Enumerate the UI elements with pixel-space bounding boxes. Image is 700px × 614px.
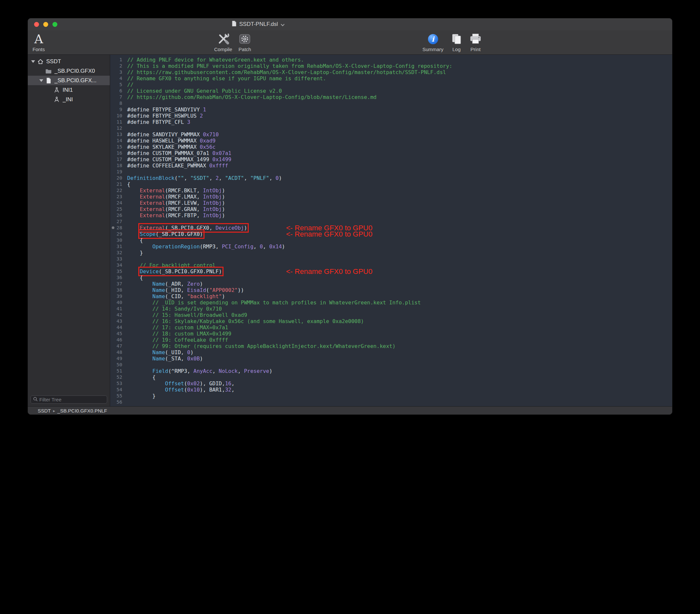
code-line[interactable]: 52 { — [110, 374, 672, 380]
code-line[interactable]: 45 // 18: custom LMAX=0x1499 — [110, 330, 672, 337]
code-line[interactable]: 38 Name(_HID, EisaId("APP0002")) — [110, 287, 672, 293]
code-line[interactable]: 33 — [110, 256, 672, 262]
toolbar-button-log[interactable]: Log — [451, 32, 462, 52]
line-number: 32 — [110, 250, 125, 256]
sidebar: SSDT_SB.PCI0.GFX0_SB.PCI0.GFX...INI1_INI — [28, 55, 110, 406]
code-line[interactable]: 53 Offset(0x02), GDID,16, — [110, 380, 672, 387]
close-button[interactable] — [34, 22, 39, 27]
code-line[interactable]: 55 } — [110, 393, 672, 399]
code-line[interactable]: 46 // 19: CoffeeLake 0xffff — [110, 337, 672, 343]
code-line[interactable]: 16#define CUSTOM_PWMMAX_07a1 0x07a1 — [110, 150, 672, 156]
minimize-button[interactable] — [43, 22, 48, 27]
code-line[interactable]: 14#define HASWELL_PWMMAX 0xad9 — [110, 138, 672, 144]
code-line[interactable]: 10#define FBTYPE_HSWPLUS 2 — [110, 113, 672, 119]
disclosure-triangle-icon[interactable] — [38, 79, 45, 82]
code-line[interactable]: 7// https://github.com/RehabMan/OS-X-Clo… — [110, 94, 672, 100]
code-line[interactable]: 3// https://raw.githubusercontent.com/Re… — [110, 69, 672, 75]
code-line[interactable]: 4// Rename GFX0 to anything else if your… — [110, 75, 672, 82]
code-line[interactable]: 22 External(RMCF.BKLT, IntObj) — [110, 187, 672, 193]
code-line[interactable]: 36 { — [110, 275, 672, 281]
code-line[interactable]: 13#define SANDYIVY_PWMMAX 0x710 — [110, 131, 672, 138]
code-line-text: #define HASWELL_PWMMAX 0xad9 — [127, 138, 216, 144]
code-line[interactable]: 42 // 15: Haswell/Broadwell 0xad9 — [110, 312, 672, 318]
code-line[interactable]: 32 } — [110, 250, 672, 256]
fonts-letter-icon: A — [34, 32, 43, 46]
code-line[interactable]: 56 — [110, 399, 672, 405]
code-line-text: #define SANDYIVY_PWMMAX 0x710 — [127, 131, 218, 138]
line-number: 21 — [110, 181, 125, 187]
sidebar-item-ini1[interactable]: INI1 — [28, 85, 110, 95]
toolbar: AFontsCompilePatchiSummaryLogPrint — [28, 30, 672, 55]
code-line-text: // 17: custom LMAX=0x7a1 — [127, 324, 228, 330]
code-line[interactable]: 30 { — [110, 237, 672, 243]
code-line-text: // 99: Other (requires custom AppleBackl… — [127, 343, 396, 349]
code-line[interactable]: 8 — [110, 100, 672, 106]
toolbar-button-patch[interactable]: Patch — [239, 32, 251, 52]
code-line[interactable]: 29 Scope(_SB.PCI0.GFX0) — [110, 231, 672, 237]
sidebar-item-ini[interactable]: _INI — [28, 95, 110, 104]
code-line[interactable]: 18#define COFFEELAKE_PWMMAX 0xffff — [110, 163, 672, 169]
line-number: 27 — [110, 218, 125, 225]
code-editor[interactable]: 1// Adding PNLF device for WhateverGreen… — [110, 55, 672, 406]
code-line[interactable]: 27 — [110, 218, 672, 225]
sidebar-item-ssdt[interactable]: SSDT — [28, 57, 110, 66]
filter-field[interactable] — [30, 396, 107, 404]
line-number: 19 — [110, 169, 125, 175]
code-line[interactable]: 19 — [110, 169, 672, 175]
line-number: 34 — [110, 262, 125, 268]
code-line[interactable]: 51 Field(^RMP3, AnyAcc, NoLock, Preserve… — [110, 368, 672, 374]
line-number: 49 — [110, 355, 125, 362]
code-line-text: } — [127, 250, 143, 256]
code-line[interactable]: 48 Name(_UID, 0) — [110, 349, 672, 355]
code-line[interactable]: 47 // 99: Other (requires custom AppleBa… — [110, 343, 672, 349]
filter-tree-input[interactable] — [39, 397, 104, 402]
line-number: 56 — [110, 399, 125, 405]
code-line[interactable]: 54 Offset(0x10), BAR1,32, — [110, 387, 672, 393]
code-line[interactable]: 26 External(RMCF.FBTP, IntObj) — [110, 212, 672, 218]
code-line[interactable]: 35 Device(_SB.PCI0.GFX0.PNLF) — [110, 268, 672, 275]
code-line[interactable]: 6// Licensed under GNU General Public Li… — [110, 88, 672, 94]
code-line[interactable]: 9#define FBTYPE_SANDYIVY 1 — [110, 106, 672, 113]
gutter-marker-dot — [112, 226, 114, 229]
code-line[interactable]: 2// This is a modified PNLF version orig… — [110, 63, 672, 69]
code-line[interactable]: 40 // _UID is set depending on PWMMax to… — [110, 299, 672, 306]
line-number: 8 — [110, 100, 125, 106]
code-line[interactable]: 21{ — [110, 181, 672, 187]
code-line[interactable]: 49 Name(_STA, 0x0B) — [110, 355, 672, 362]
disclosure-triangle-icon[interactable] — [30, 60, 36, 63]
code-line-text: Device(_SB.PCI0.GFX0.PNLF) — [127, 268, 222, 275]
toolbar-button-compile[interactable]: Compile — [214, 32, 232, 52]
toolbar-button-fonts[interactable]: AFonts — [33, 32, 45, 52]
sidebar-item-sb-pci0-gfx[interactable]: _SB.PCI0.GFX... — [28, 76, 110, 85]
code-line[interactable]: 1// Adding PNLF device for WhateverGreen… — [110, 57, 672, 63]
sidebar-item-sb-pci0-gfx0[interactable]: _SB.PCI0.GFX0 — [28, 66, 110, 76]
code-line[interactable]: 39 Name(_CID, "backlight") — [110, 293, 672, 299]
line-number: 24 — [110, 200, 125, 206]
maciasl-window: SSDT-PNLF.dsl AFontsCompilePatchiSummary… — [27, 18, 673, 415]
code-line[interactable]: 20DefinitionBlock("", "SSDT", 2, "ACDT",… — [110, 175, 672, 181]
code-line[interactable]: 43 // 16: Skylake/KabyLake 0x56c (and so… — [110, 318, 672, 324]
toolbar-button-print[interactable]: Print — [469, 32, 482, 52]
line-number: 9 — [110, 106, 125, 113]
toolbar-button-summary[interactable]: iSummary — [422, 32, 443, 52]
code-line[interactable]: 50 — [110, 362, 672, 368]
window-controls — [34, 22, 57, 27]
code-line[interactable]: 12 — [110, 125, 672, 131]
code-line[interactable]: 28 External(_SB.PCI0.GFX0, DeviceObj) — [110, 225, 672, 231]
window-title-group[interactable]: SSDT-PNLF.dsl — [232, 18, 285, 30]
code-line[interactable]: 17#define CUSTOM_PWMMAX_1499 0x1499 — [110, 156, 672, 163]
code-line[interactable]: 31 OperationRegion(RMP3, PCI_Config, 0, … — [110, 243, 672, 250]
code-line[interactable]: 23 External(RMCF.LMAX, IntObj) — [110, 193, 672, 200]
code-line[interactable]: 34 // For backlight control — [110, 262, 672, 268]
code-line[interactable]: 5// — [110, 82, 672, 88]
code-line[interactable]: 41 // 14: Sandy/Ivy 0x710 — [110, 306, 672, 312]
code-line[interactable]: 25 External(RMCF.GRAN, IntObj) — [110, 206, 672, 212]
code-line[interactable]: 11#define FBTYPE_CFL 3 — [110, 119, 672, 125]
zoom-button[interactable] — [52, 22, 57, 27]
code-line[interactable]: 37 Name(_ADR, Zero) — [110, 281, 672, 287]
code-line-text: // https://raw.githubusercontent.com/Reh… — [127, 69, 446, 75]
code-line[interactable]: 15#define SKYLAKE_PWMMAX 0x56c — [110, 144, 672, 150]
code-line[interactable]: 24 External(RMCF.LEVW, IntObj) — [110, 200, 672, 206]
code-line-text: // This is a modified PNLF version origi… — [127, 63, 452, 69]
code-line[interactable]: 44 // 17: custom LMAX=0x7a1 — [110, 324, 672, 330]
